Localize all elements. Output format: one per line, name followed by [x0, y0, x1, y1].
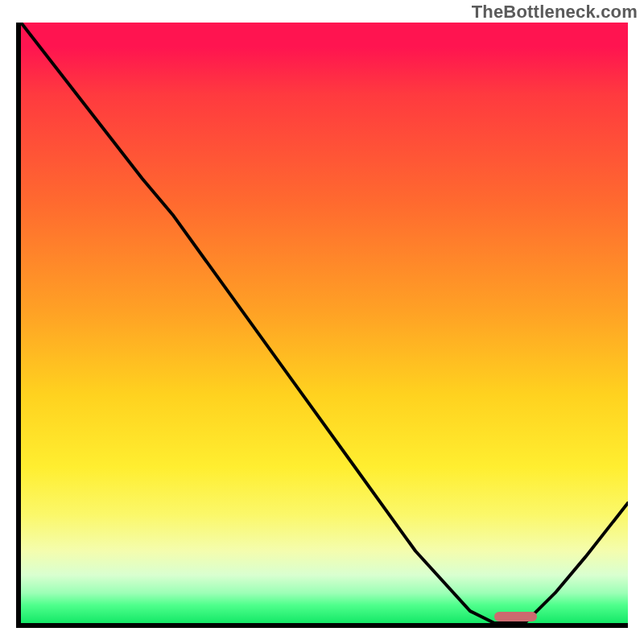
plot-area: [16, 23, 628, 628]
curve-layer: [21, 23, 628, 623]
chart-frame: TheBottleneck.com: [0, 0, 644, 644]
optimal-range-marker: [494, 612, 537, 621]
bottleneck-curve: [21, 23, 628, 623]
watermark-text: TheBottleneck.com: [472, 2, 638, 23]
